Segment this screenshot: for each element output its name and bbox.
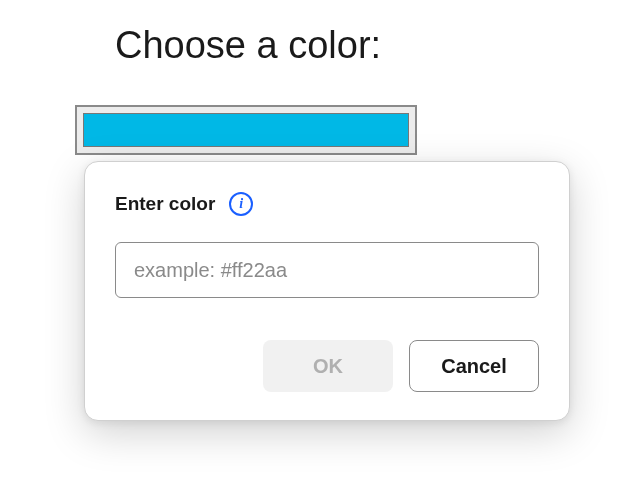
color-input[interactable] bbox=[115, 242, 539, 298]
dialog-header: Enter color i bbox=[115, 192, 539, 216]
color-swatch-button[interactable] bbox=[75, 105, 417, 155]
page-title: Choose a color: bbox=[115, 24, 381, 67]
cancel-button[interactable]: Cancel bbox=[409, 340, 539, 392]
color-entry-dialog: Enter color i OK Cancel bbox=[84, 161, 570, 421]
color-swatch-fill bbox=[83, 113, 409, 147]
ok-button[interactable]: OK bbox=[263, 340, 393, 392]
dialog-title: Enter color bbox=[115, 193, 215, 215]
dialog-button-row: OK Cancel bbox=[115, 340, 539, 392]
info-icon[interactable]: i bbox=[229, 192, 253, 216]
